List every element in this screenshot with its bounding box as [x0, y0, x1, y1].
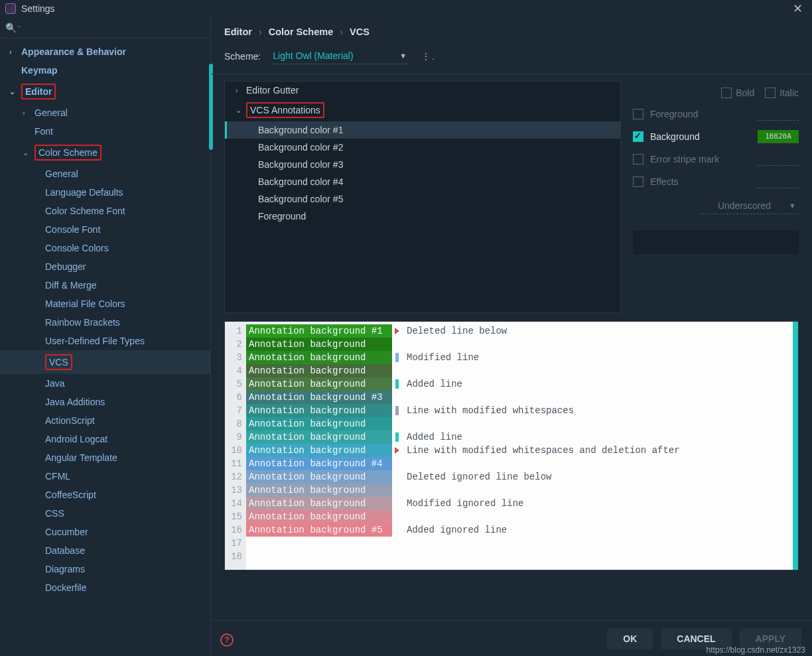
content-pane: Editor › Color Scheme › VCS Scheme: Ligh…	[211, 17, 812, 656]
sidebar-item[interactable]: General	[0, 164, 210, 183]
sidebar-item[interactable]: Rainbow Brackets	[0, 313, 210, 332]
sidebar-item[interactable]: Material File Colors	[0, 295, 210, 313]
sidebar-item[interactable]: ActionScript	[0, 411, 210, 430]
code-line	[407, 550, 793, 563]
sidebar-item[interactable]: User-Defined File Types	[0, 332, 210, 350]
change-marker	[392, 364, 401, 377]
sidebar-item[interactable]: Diagrams	[0, 560, 210, 578]
search-bar[interactable]: 🔍⁻	[0, 17, 211, 38]
error-stripe-row[interactable]: Error stripe mark	[633, 153, 799, 166]
chevron-right-icon: ›	[259, 27, 262, 37]
sidebar-item[interactable]: CoffeeScript	[0, 486, 210, 504]
chevron-right-icon: ›	[340, 27, 343, 37]
code-line	[407, 537, 793, 550]
category-item[interactable]: ›Editor Gutter	[225, 82, 620, 99]
preview-scrollbar[interactable]	[793, 322, 798, 570]
change-marker	[392, 391, 401, 404]
help-icon[interactable]: ?	[220, 633, 234, 647]
sidebar-item[interactable]: Database	[0, 541, 210, 560]
sidebar-item[interactable]: Console Font	[0, 220, 210, 239]
category-item[interactable]: Foreground	[225, 208, 620, 225]
checkbox-icon	[765, 88, 776, 98]
annotation-line: Annotation background	[246, 404, 392, 417]
scheme-value: Light Owl (Material)	[273, 50, 353, 61]
scheme-select[interactable]: Light Owl (Material) ▼	[270, 48, 409, 64]
sidebar-item[interactable]: Console Colors	[0, 239, 210, 257]
sidebar-item[interactable]: Angular Template	[0, 448, 210, 467]
sidebar-item[interactable]: Color Scheme Font	[0, 202, 210, 220]
code-line	[407, 338, 793, 351]
chevron-icon: ⌄	[236, 106, 245, 115]
sidebar-item[interactable]: VCS	[0, 350, 210, 374]
chevron-icon: ›	[9, 48, 19, 56]
category-tree: ›Editor Gutter⌄VCS AnnotationsBackground…	[224, 81, 621, 313]
effects-row[interactable]: Effects	[633, 175, 799, 188]
sidebar-item[interactable]: Language Defaults	[0, 183, 210, 202]
chevron-icon: ⌄	[9, 88, 19, 96]
annotation-line: Annotation background	[246, 377, 392, 391]
annotation-line: Annotation background #4	[246, 457, 392, 470]
checkbox-icon	[633, 109, 643, 119]
sidebar-item[interactable]: ›Appearance & Behavior	[0, 42, 210, 61]
chevron-icon: ›	[236, 86, 245, 94]
annotation-line: Annotation background	[246, 497, 392, 510]
annotation-line: Annotation background	[246, 444, 392, 457]
code-line	[407, 364, 793, 377]
sidebar-item[interactable]: Android Logcat	[0, 430, 210, 448]
gear-icon[interactable]: ⋮.	[419, 51, 439, 62]
italic-checkbox[interactable]: Italic	[765, 88, 799, 98]
change-marker	[392, 338, 401, 351]
ok-button[interactable]: OK	[607, 628, 653, 649]
annotation-line: Annotation background #5	[246, 523, 392, 537]
code-line	[407, 417, 793, 430]
sidebar-item[interactable]: Cucumber	[0, 523, 210, 541]
background-row[interactable]: Background 1B820A	[633, 130, 799, 143]
category-item[interactable]: Background color #4	[225, 173, 620, 190]
sidebar-item[interactable]: CSS	[0, 504, 210, 523]
watermark: https://blog.csdn.net/zx1323	[707, 645, 805, 655]
category-item[interactable]: Background color #1	[225, 121, 620, 139]
sidebar-item[interactable]: Font	[0, 122, 210, 141]
close-icon[interactable]: ✕	[789, 1, 807, 16]
error-stripe-swatch[interactable]	[758, 153, 799, 166]
category-item[interactable]: Background color #2	[225, 139, 620, 156]
sidebar-item[interactable]: Java Additions	[0, 393, 210, 411]
annotation-line	[246, 537, 392, 550]
annotation-line: Annotation background	[246, 338, 392, 351]
code-line	[407, 457, 793, 470]
category-item[interactable]: Background color #3	[225, 156, 620, 173]
sidebar-item[interactable]: CFML	[0, 467, 210, 486]
breadcrumb-item[interactable]: Color Scheme	[269, 27, 334, 37]
breadcrumb-item[interactable]: VCS	[350, 27, 370, 37]
sidebar-item[interactable]: Keymap	[0, 61, 210, 80]
sidebar-item[interactable]: Java	[0, 374, 210, 393]
code-line	[407, 484, 793, 497]
sidebar-item[interactable]: Dockerfile	[0, 578, 210, 597]
effects-swatch[interactable]	[758, 175, 799, 188]
foreground-swatch[interactable]	[758, 107, 799, 121]
breadcrumb-item[interactable]: Editor	[224, 27, 252, 37]
foreground-row[interactable]: Foreground	[633, 107, 799, 121]
checkbox-icon	[721, 88, 732, 98]
line-gutter: 123456789101112131415161718	[225, 322, 246, 570]
marker-column	[392, 322, 401, 570]
preview-area: 123456789101112131415161718 Annotation b…	[224, 321, 799, 570]
checkbox-icon	[633, 154, 643, 164]
sidebar-item[interactable]: Debugger	[0, 257, 210, 276]
annotation-line: Annotation background #3	[246, 391, 392, 404]
sidebar-item[interactable]: ›General	[0, 103, 210, 122]
annotation-line	[246, 550, 392, 563]
background-swatch[interactable]: 1B820A	[758, 130, 799, 143]
category-item[interactable]: ⌄VCS Annotations	[225, 99, 620, 121]
effects-type-select[interactable]: Underscored ▼	[699, 198, 799, 214]
code-line: Deleted line below	[407, 324, 793, 338]
sidebar-item[interactable]: ⌄Color Scheme	[0, 141, 210, 164]
breadcrumb: Editor › Color Scheme › VCS	[211, 17, 812, 44]
code-line: Modified line	[407, 351, 793, 364]
sidebar-item[interactable]: Diff & Merge	[0, 276, 210, 295]
change-marker	[392, 484, 401, 497]
sidebar: 🔍⁻ ›Appearance & BehaviorKeymap⌄Editor›G…	[0, 17, 211, 656]
category-item[interactable]: Background color #5	[225, 190, 620, 208]
bold-checkbox[interactable]: Bold	[721, 88, 754, 98]
sidebar-item[interactable]: ⌄Editor	[0, 80, 210, 103]
